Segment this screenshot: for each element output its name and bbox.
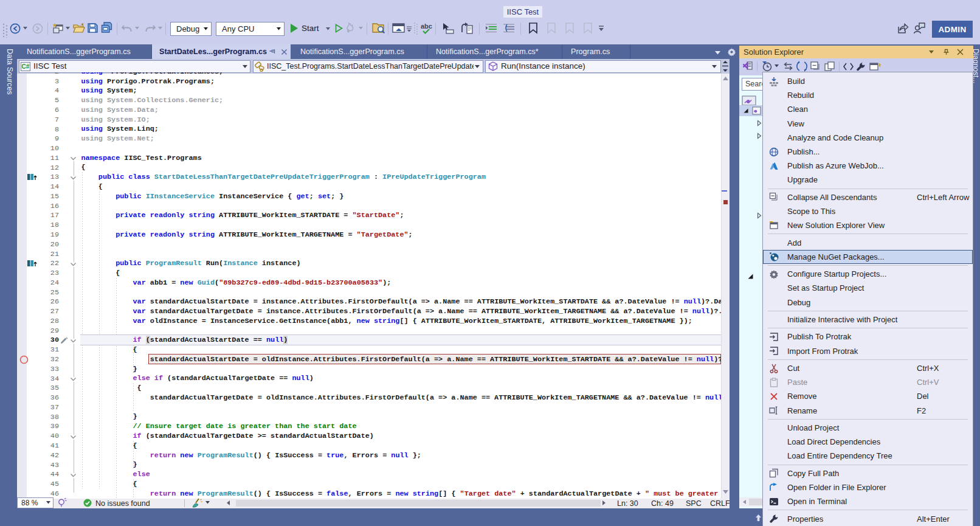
- svg-text:C#: C#: [22, 63, 30, 70]
